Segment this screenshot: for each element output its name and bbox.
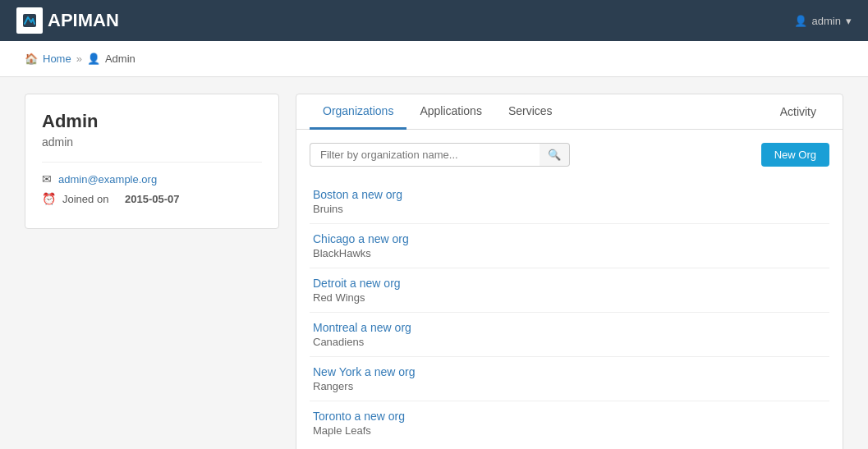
sidebar-card: Admin admin ✉ admin@example.org ⏰ Joined…	[25, 94, 279, 229]
org-description: Rangers	[313, 380, 826, 392]
search-icon: 🔍	[548, 149, 561, 161]
breadcrumb-current: Admin	[105, 53, 135, 65]
org-row: Montreal a new orgCanadiens	[310, 313, 829, 357]
org-row: Boston a new orgBruins	[310, 180, 829, 224]
main-content: Admin admin ✉ admin@example.org ⏰ Joined…	[0, 77, 868, 449]
brand-text: APIMAN	[48, 10, 119, 31]
org-name-link[interactable]: New York a new org	[313, 365, 826, 378]
sidebar-email[interactable]: admin@example.org	[58, 173, 157, 186]
org-description: BlackHawks	[313, 247, 826, 259]
filter-group: 🔍	[310, 143, 570, 167]
filter-row: 🔍 New Org	[310, 143, 829, 167]
org-row: Toronto a new orgMaple Leafs	[310, 401, 829, 445]
user-icon: 👤	[794, 15, 807, 27]
org-name-link[interactable]: Montreal a new org	[313, 321, 826, 334]
sidebar-joined-label: Joined on	[62, 193, 108, 205]
org-description: Red Wings	[313, 291, 826, 304]
org-list-area: 🔍 New Org Boston a new orgBruinsChicago …	[296, 130, 843, 449]
tab-activity[interactable]: Activity	[767, 95, 829, 128]
tab-applications[interactable]: Applications	[406, 94, 495, 130]
sidebar-title: Admin	[42, 111, 262, 132]
org-row: Detroit a new orgRed Wings	[310, 268, 829, 313]
brand-logo-icon	[16, 7, 43, 34]
org-name-link[interactable]: Toronto a new org	[313, 410, 826, 423]
brand-link[interactable]: APIMAN	[16, 7, 119, 34]
home-icon: 🏠	[25, 53, 38, 65]
tab-services[interactable]: Services	[495, 94, 566, 130]
org-row: Chicago a new orgBlackHawks	[310, 224, 829, 268]
org-description: Maple Leafs	[313, 424, 826, 437]
user-menu[interactable]: 👤 admin ▾	[794, 15, 852, 27]
org-row: New York a new orgRangers	[310, 357, 829, 401]
clock-icon: ⏰	[42, 192, 56, 205]
breadcrumb-home[interactable]: Home	[43, 53, 71, 65]
sidebar-email-row: ✉ admin@example.org	[42, 172, 262, 186]
org-name-link[interactable]: Detroit a new org	[313, 277, 826, 290]
sidebar-joined-row: ⏰ Joined on 2015-05-07	[42, 192, 262, 205]
tab-organizations[interactable]: Organizations	[310, 94, 406, 130]
org-description: Canadiens	[313, 336, 826, 348]
sidebar-subtitle: admin	[42, 135, 262, 149]
org-list: Boston a new orgBruinsChicago a new orgB…	[310, 180, 829, 445]
breadcrumb: 🏠 Home » 👤 Admin	[0, 41, 868, 77]
main-panel: Organizations Applications Services Acti…	[296, 94, 843, 449]
navbar: APIMAN 👤 admin ▾	[0, 0, 868, 41]
org-name-link[interactable]: Chicago a new org	[313, 232, 826, 245]
org-description: Bruins	[313, 203, 826, 215]
admin-icon: 👤	[87, 53, 100, 65]
sidebar-joined-date: 2015-05-07	[125, 193, 180, 205]
user-dropdown-icon: ▾	[846, 15, 852, 27]
breadcrumb-separator: »	[76, 53, 82, 65]
user-name: admin	[812, 15, 841, 27]
filter-search-button[interactable]: 🔍	[540, 143, 570, 167]
filter-input[interactable]	[310, 143, 540, 167]
new-org-button[interactable]: New Org	[761, 143, 829, 167]
org-name-link[interactable]: Boston a new org	[313, 188, 826, 201]
tabs-bar: Organizations Applications Services Acti…	[296, 94, 843, 130]
email-icon: ✉	[42, 172, 52, 186]
